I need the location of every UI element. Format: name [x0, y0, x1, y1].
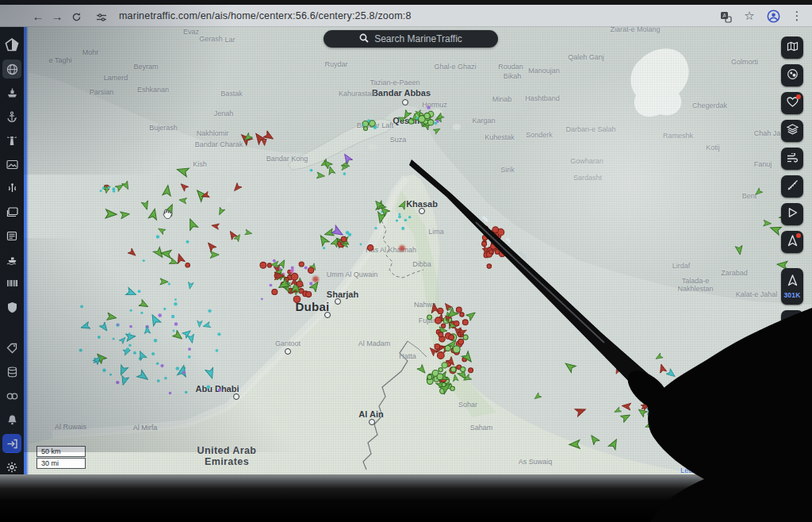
vessel-marker[interactable]	[137, 350, 147, 361]
vessel-marker[interactable]	[172, 330, 184, 342]
vessel-marker[interactable]	[128, 248, 137, 258]
vessel-marker[interactable]	[79, 348, 82, 351]
toolbar-weather-button[interactable]	[781, 148, 803, 170]
vessel-marker[interactable]	[627, 370, 636, 378]
vessel-marker[interactable]	[658, 363, 667, 373]
vessel-marker[interactable]	[664, 439, 676, 450]
vessel-marker[interactable]	[437, 374, 443, 380]
vessel-marker[interactable]	[261, 297, 263, 300]
vessel-marker[interactable]	[398, 215, 401, 218]
vessel-marker[interactable]	[186, 240, 189, 244]
vessel-marker[interactable]	[272, 289, 278, 294]
vessel-marker[interactable]	[202, 322, 211, 329]
vessel-marker[interactable]	[364, 127, 368, 131]
sidebar-item-voyages[interactable]	[2, 250, 21, 269]
marine-map[interactable]: Bandar AbbasQeshmKhasabSharjahDubaiAbu D…	[29, 27, 812, 479]
vessel-cluster-hormuz-strait[interactable]	[310, 152, 353, 179]
vessel-marker[interactable]	[148, 208, 159, 220]
vessel-markers-layer[interactable]	[29, 27, 812, 479]
vessel-marker[interactable]	[588, 433, 599, 445]
vessel-marker[interactable]	[139, 300, 150, 310]
vessel-marker[interactable]	[273, 259, 276, 263]
vessel-marker[interactable]	[451, 367, 456, 372]
vessel-marker[interactable]	[427, 106, 431, 109]
vessel-marker[interactable]	[439, 367, 442, 371]
vessel-marker[interactable]	[348, 232, 352, 236]
vessel-marker[interactable]	[187, 282, 193, 290]
back-icon[interactable]: ←	[29, 10, 48, 23]
vessel-marker[interactable]	[435, 317, 441, 324]
vessel-marker[interactable]	[492, 227, 499, 233]
vessel-marker[interactable]	[175, 367, 179, 370]
sidebar-item-gallery[interactable]	[2, 202, 21, 221]
sidebar-item-vessel-photos[interactable]	[2, 155, 21, 174]
sidebar-item-stations[interactable]	[2, 131, 21, 150]
vessel-marker[interactable]	[128, 332, 131, 335]
vessel-marker[interactable]	[156, 363, 159, 366]
vessel-marker[interactable]	[122, 181, 132, 190]
vessel-marker[interactable]	[210, 251, 219, 259]
vessel-cluster-sharjah-coast[interactable]	[317, 225, 373, 251]
vessel-marker[interactable]	[291, 273, 298, 280]
vessel-marker[interactable]	[98, 336, 101, 339]
vessel-marker[interactable]	[342, 152, 353, 164]
vessel-marker[interactable]	[374, 227, 377, 229]
vessel-marker[interactable]	[205, 240, 216, 251]
vessel-marker[interactable]	[370, 121, 376, 127]
vessel-marker[interactable]	[168, 282, 170, 285]
vessel-marker[interactable]	[362, 124, 365, 126]
vessel-marker[interactable]	[182, 371, 186, 374]
vessel-marker[interactable]	[460, 313, 464, 317]
vessel-marker[interactable]	[754, 188, 763, 197]
vessel-marker[interactable]	[427, 315, 432, 320]
vessel-marker[interactable]	[669, 411, 677, 420]
vessel-marker[interactable]	[456, 307, 462, 313]
vessel-marker[interactable]	[178, 197, 186, 204]
vessel-marker[interactable]	[408, 216, 412, 219]
vessel-marker[interactable]	[126, 288, 138, 298]
vessel-marker[interactable]	[186, 217, 198, 230]
vessel-marker[interactable]	[157, 379, 160, 382]
vessel-marker[interactable]	[107, 313, 117, 321]
vessel-marker[interactable]	[171, 315, 174, 318]
vessel-marker[interactable]	[119, 336, 127, 344]
vessel-marker[interactable]	[442, 324, 446, 328]
vessel-marker[interactable]	[113, 337, 115, 340]
vessel-marker[interactable]	[216, 349, 219, 352]
vessel-marker[interactable]	[129, 325, 132, 328]
vessel-marker[interactable]	[608, 438, 619, 450]
vessel-marker[interactable]	[491, 232, 496, 238]
vessel-marker[interactable]	[360, 244, 362, 246]
vessel-marker[interactable]	[575, 405, 587, 416]
sidebar-item-sign-in[interactable]	[2, 434, 21, 453]
toolbar-vessel-filters-button[interactable]	[781, 231, 803, 253]
vessel-marker[interactable]	[267, 263, 271, 267]
translate-icon[interactable]: A	[718, 9, 733, 23]
vessel-marker[interactable]	[133, 351, 136, 355]
vessel-marker[interactable]	[141, 201, 150, 211]
sidebar-item-news[interactable]	[2, 226, 21, 245]
vessel-marker[interactable]	[620, 412, 631, 422]
vessel-marker[interactable]	[217, 332, 220, 336]
vessel-marker[interactable]	[188, 347, 191, 351]
vessel-marker[interactable]	[417, 364, 427, 375]
vessel-marker[interactable]	[173, 330, 175, 332]
vessel-marker[interactable]	[487, 264, 491, 268]
vessel-marker[interactable]	[450, 386, 455, 391]
vessel-marker[interactable]	[137, 370, 151, 382]
vessel-marker[interactable]	[489, 250, 493, 254]
sidebar-item-notifications[interactable]	[2, 410, 21, 429]
vessel-marker[interactable]	[185, 391, 188, 394]
vessel-marker[interactable]	[310, 169, 313, 172]
profile-avatar-icon[interactable]	[766, 9, 780, 24]
vessel-marker[interactable]	[208, 309, 211, 313]
vessel-marker[interactable]	[764, 220, 772, 226]
vessel-marker[interactable]	[206, 385, 210, 389]
vessel-marker[interactable]	[323, 247, 325, 249]
bookmark-star-icon[interactable]: ☆	[742, 9, 756, 23]
vessel-marker[interactable]	[316, 172, 325, 179]
vessel-marker[interactable]	[140, 312, 143, 314]
vessel-marker[interactable]	[80, 322, 90, 332]
vessel-marker[interactable]	[442, 382, 446, 386]
forward-icon[interactable]: →	[48, 10, 67, 23]
